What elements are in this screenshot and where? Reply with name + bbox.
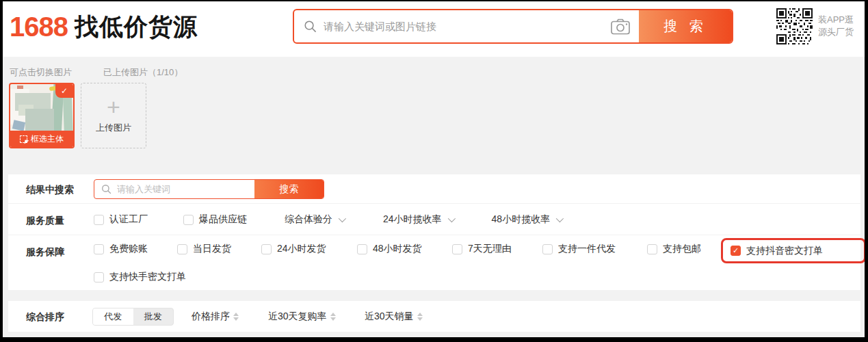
- uploaded-count: 已上传图片（1/10）: [103, 66, 183, 79]
- upload-image-button[interactable]: + 上传图片: [81, 83, 146, 148]
- logo[interactable]: 1688 找低价货源: [10, 11, 198, 43]
- chevron-down-icon: [339, 215, 346, 222]
- logo-1688: 1688: [10, 12, 68, 42]
- qr-caption-line2: 源头厂货: [818, 26, 854, 38]
- main-search-input-zone: [294, 10, 639, 42]
- toggle-wholesale[interactable]: 批发: [133, 308, 174, 325]
- main-search-bar: 搜 索: [293, 9, 733, 44]
- filter-panel: 结果中搜索 搜索 服务质量 认证工厂: [8, 174, 860, 290]
- result-search-input[interactable]: [117, 184, 254, 194]
- logo-slogan: 找低价货源: [75, 11, 198, 43]
- uploaded-image-thumbnail[interactable]: ✓ 框选主体: [9, 83, 75, 148]
- qr-caption-line1: 装APP逛: [818, 14, 854, 26]
- result-search-bar: 搜索: [94, 179, 324, 199]
- main-search-button[interactable]: 搜 索: [639, 10, 732, 42]
- checkbox-icon: [177, 244, 187, 254]
- sort-label: 综合排序: [26, 311, 64, 324]
- crop-select-icon: [20, 135, 27, 143]
- checkbox-icon: [94, 272, 104, 282]
- crop-subject-label: 框选主体: [31, 133, 64, 145]
- selected-check-badge: ✓: [55, 84, 73, 98]
- sort-panel: 综合排序 代发 批发 价格排序 近30天复购率 近30天销量: [8, 301, 860, 332]
- checkbox-free-shipping[interactable]: 支持包邮: [647, 243, 701, 255]
- page: 1688 找低价货源 搜 索: [3, 1, 865, 337]
- checkbox-icon: [94, 244, 104, 254]
- checkbox-icon: [647, 244, 657, 254]
- sort-arrows-icon: [330, 313, 336, 321]
- checkbox-icon: [452, 244, 462, 254]
- filter-row-result-search: 结果中搜索 搜索: [8, 174, 860, 204]
- checkbox-icon: [357, 244, 367, 254]
- checkbox-douyin-encrypted-print[interactable]: ✓ 支持抖音密文打单: [731, 245, 823, 257]
- checkbox-certified-factory[interactable]: 认证工厂: [94, 213, 148, 226]
- checkbox-icon: [542, 244, 553, 254]
- plus-icon: +: [107, 97, 120, 116]
- checkbox-icon: [183, 215, 194, 225]
- service-quality-label: 服务质量: [26, 215, 64, 227]
- annotation-highlight-box: ✓ 支持抖音密文打单: [721, 238, 865, 263]
- main-search-input[interactable]: [324, 21, 610, 32]
- checkbox-7day-no-reason[interactable]: 7天无理由: [452, 243, 512, 255]
- filter-row-service-quality: 服务质量 认证工厂 爆品供应链 综合体验分 24小时揽收率: [8, 204, 860, 235]
- camera-icon[interactable]: [610, 18, 631, 36]
- qr-code: [776, 8, 813, 44]
- chevron-down-icon: [447, 215, 455, 222]
- result-search-input-zone: [94, 180, 254, 198]
- checkbox-icon: [261, 244, 272, 254]
- checkbox-dropshipping[interactable]: 支持一件代发: [542, 243, 616, 255]
- sort-30d-sales[interactable]: 近30天销量: [365, 301, 423, 332]
- crop-subject-button[interactable]: 框选主体: [10, 131, 73, 147]
- sort-arrows-icon: [233, 313, 239, 321]
- sort-arrows-icon: [417, 313, 423, 321]
- filter-row-service-guarantee: 服务保障 免费赊账 当日发货 24小时发货 48小时发货 7天无理由: [8, 235, 860, 289]
- header: 1688 找低价货源 搜 索: [3, 1, 865, 57]
- chevron-down-icon: [556, 215, 564, 222]
- checkbox-kuaishou-encrypted-print[interactable]: 支持快手密文打单: [94, 271, 186, 283]
- app-qr-block: 装APP逛 源头厂货: [776, 8, 854, 44]
- dropdown-48h-pickup-rate[interactable]: 48小时揽收率: [492, 213, 562, 226]
- switch-image-hint: 可点击切换图片: [10, 66, 72, 79]
- checkbox-24h-ship[interactable]: 24小时发货: [261, 243, 326, 255]
- service-guarantee-label: 服务保障: [26, 246, 64, 259]
- sort-price[interactable]: 价格排序: [192, 301, 239, 332]
- toggle-dropship[interactable]: 代发: [93, 308, 133, 325]
- checkbox-free-credit[interactable]: 免费赊账: [94, 243, 148, 255]
- dropdown-experience-score[interactable]: 综合体验分: [285, 213, 344, 226]
- result-search-button[interactable]: 搜索: [254, 180, 324, 198]
- search-icon: [101, 184, 111, 194]
- checkbox-checked-icon: ✓: [731, 246, 741, 256]
- result-search-label: 结果中搜索: [26, 184, 74, 196]
- checkbox-hot-supply-chain[interactable]: 爆品供应链: [183, 213, 247, 226]
- checkbox-48h-ship[interactable]: 48小时发货: [357, 243, 422, 255]
- trade-mode-toggle: 代发 批发: [92, 308, 174, 326]
- checkbox-same-day-ship[interactable]: 当日发货: [177, 243, 231, 255]
- qr-caption: 装APP逛 源头厂货: [818, 8, 854, 44]
- search-icon: [304, 20, 317, 33]
- upload-image-label: 上传图片: [96, 122, 131, 134]
- dropdown-24h-pickup-rate[interactable]: 24小时揽收率: [383, 213, 453, 226]
- checkbox-icon: [94, 215, 104, 225]
- upload-hints: 可点击切换图片 已上传图片（1/10）: [10, 66, 183, 79]
- sort-30d-repurchase[interactable]: 近30天复购率: [268, 301, 336, 332]
